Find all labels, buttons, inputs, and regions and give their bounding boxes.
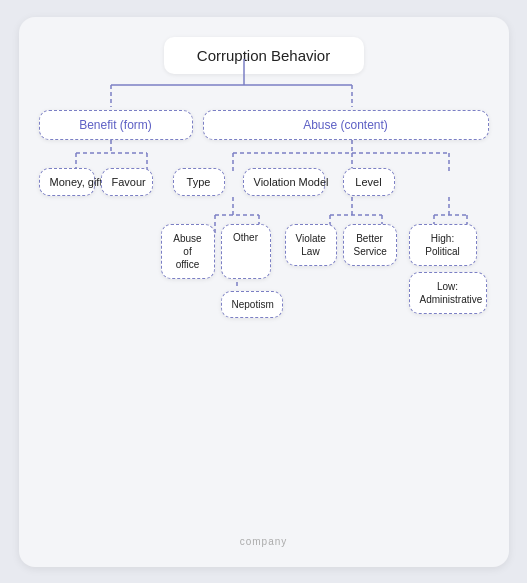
type-node: Type bbox=[173, 168, 225, 196]
watermark: company bbox=[240, 536, 288, 547]
violate-law-node: Violate Law bbox=[285, 224, 337, 266]
abuse-node: Abuse (content) bbox=[203, 110, 489, 140]
high-political-node: High: Political bbox=[409, 224, 477, 266]
root-node: Corruption Behavior bbox=[164, 37, 364, 74]
favour-node: Favour bbox=[101, 168, 153, 196]
better-service-node: Better Service bbox=[343, 224, 397, 266]
abuse-office-node: Abuse of office bbox=[161, 224, 215, 279]
level-node: Level bbox=[343, 168, 395, 196]
diagram-card: Corruption Behavior Benefit (form) Abuse… bbox=[19, 17, 509, 567]
benefit-node: Benefit (form) bbox=[39, 110, 193, 140]
other-node: Other bbox=[221, 224, 271, 279]
violation-model-node: Violation Model bbox=[243, 168, 325, 196]
low-administrative-node: Low: Administrative bbox=[409, 272, 487, 314]
money-gift-node: Money, gift bbox=[39, 168, 95, 196]
nepotism-node: Nepotism bbox=[221, 291, 283, 318]
